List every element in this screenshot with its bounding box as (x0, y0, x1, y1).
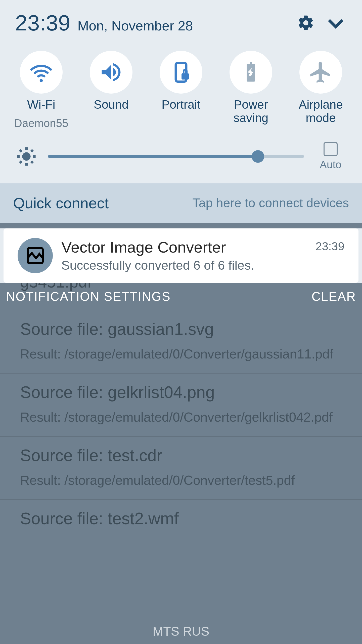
quick-settings-toggles: Wi-Fi Daemon55 Sound Portrait Power savi… (0, 43, 362, 135)
source-file-label: Source file: gelkrlist04.png (20, 383, 342, 402)
sound-icon (90, 51, 132, 94)
clear-notifications-button[interactable]: CLEAR (311, 289, 356, 304)
wifi-icon (20, 51, 63, 94)
svg-line-9 (20, 161, 22, 163)
svg-line-5 (20, 150, 22, 152)
source-file-label: Source file: test.cdr (20, 446, 342, 465)
toggle-label: Sound (94, 98, 129, 111)
power-saving-icon (230, 51, 272, 94)
notification-body: Vector Image Converter Successfully conv… (61, 238, 307, 273)
toggle-wifi[interactable]: Wi-Fi Daemon55 (10, 51, 73, 130)
toggle-power-saving[interactable]: Power saving (219, 51, 282, 130)
notification-card[interactable]: Vector Image Converter Successfully conv… (4, 228, 358, 283)
notification-title: Vector Image Converter (61, 238, 307, 256)
svg-line-6 (31, 161, 33, 163)
source-file-label: Source file: test2.wmf (20, 509, 342, 528)
notification-time: 23:39 (315, 239, 344, 253)
toggle-sound[interactable]: Sound (80, 51, 143, 130)
list-item: Source file: gelkrlist04.png Result: /st… (0, 374, 362, 437)
background-file-list: Source file: gaussian1.svg Result: /stor… (0, 310, 362, 537)
clock-date: Mon, November 28 (77, 18, 193, 33)
toggle-airplane-mode[interactable]: Airplane mode (289, 51, 352, 130)
result-path-label: Result: /storage/emulated/0/Converter/ga… (20, 345, 342, 363)
settings-gear-icon[interactable] (295, 12, 317, 34)
list-item: Source file: gaussian1.svg Result: /stor… (0, 310, 362, 374)
toggle-sublabel: Daemon55 (14, 117, 68, 130)
brightness-icon (15, 145, 38, 168)
quick-connect-hint: Tap here to connect devices (192, 196, 349, 210)
svg-rect-1 (182, 73, 189, 79)
svg-line-10 (31, 150, 33, 152)
list-item: Source file: test2.wmf (0, 500, 362, 537)
result-path-label: Result: /storage/emulated/0/Converter/te… (20, 471, 342, 489)
toggle-label: Airplane mode (289, 98, 352, 125)
expand-chevron-down-icon[interactable] (324, 12, 347, 34)
result-path-label: Result: /storage/emulated/0/Converter/ge… (20, 408, 342, 426)
toggle-label: Portrait (162, 98, 201, 111)
quick-connect-bar[interactable]: Quick connect Tap here to connect device… (0, 183, 362, 223)
portrait-lock-icon (160, 51, 202, 94)
clock-time: 23:39 (15, 10, 70, 36)
auto-label: Auto (320, 159, 341, 171)
notification-settings-button[interactable]: NOTIFICATION SETTINGS (6, 289, 171, 304)
brightness-fill (48, 155, 258, 158)
status-bar: 23:39 Mon, November 28 (0, 0, 362, 43)
notification-text: Successfully converted 6 of 6 files. (61, 258, 307, 273)
quick-connect-title: Quick connect (13, 194, 109, 212)
toggle-label: Power saving (219, 98, 282, 125)
dimmed-background: g3451.pdf NOTIFICATION SETTINGS CLEAR So… (0, 283, 362, 644)
brightness-thumb[interactable] (252, 150, 264, 163)
brightness-slider-row: Auto (0, 135, 362, 183)
list-item: Source file: test.cdr Result: /storage/e… (0, 437, 362, 500)
airplane-icon (299, 51, 342, 94)
notification-action-bar: NOTIFICATION SETTINGS CLEAR (0, 283, 362, 310)
checkbox-icon[interactable] (324, 142, 338, 156)
brightness-slider[interactable] (48, 155, 304, 158)
svg-point-2 (22, 152, 30, 160)
toggle-label: Wi-Fi (27, 98, 55, 111)
source-file-label: Source file: gaussian1.svg (20, 319, 342, 339)
brightness-auto-toggle[interactable]: Auto (314, 142, 347, 171)
carrier-label: MTS RUS (0, 619, 362, 644)
toggle-rotation[interactable]: Portrait (150, 51, 212, 130)
app-icon (18, 238, 53, 273)
